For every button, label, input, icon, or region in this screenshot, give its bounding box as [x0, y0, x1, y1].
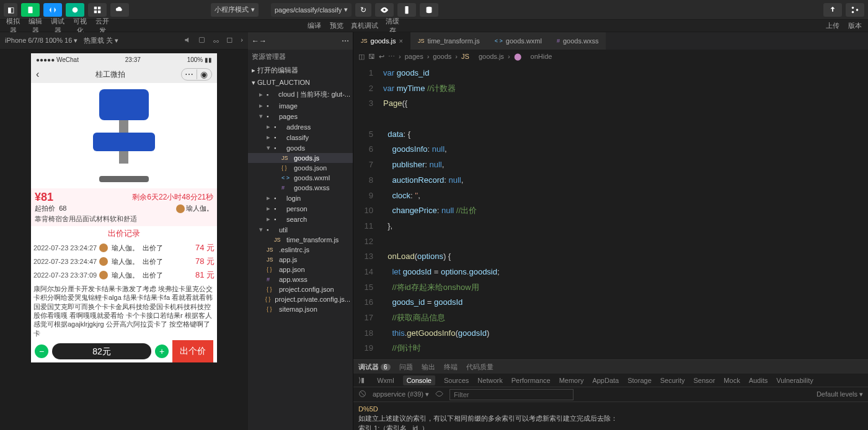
bid-record: 2022-07-23 23:24:27瑜人伽。 出价了74 元	[31, 241, 217, 255]
dbg-inner-tab[interactable]: Storage	[627, 377, 652, 384]
svg-rect-5	[98, 10, 100, 12]
levels-dropdown[interactable]: Default levels ▾	[817, 390, 863, 398]
bid-record: 2022-07-23 23:24:47瑜人伽。 出价了78 元	[31, 255, 217, 268]
dbg-inner-tab[interactable]: Wxml	[377, 377, 394, 384]
plus-button[interactable]: +	[155, 344, 169, 358]
editor-btn[interactable]	[43, 3, 62, 17]
dbg-inner-tab[interactable]: Vulnerability	[776, 377, 813, 384]
cloud-btn[interactable]	[110, 3, 129, 17]
mode-dropdown[interactable]: 小程序模式▾	[211, 3, 259, 17]
dbg-inner-tab[interactable]: Memory	[559, 377, 584, 384]
tree-item[interactable]: { }app.json	[248, 265, 353, 274]
tree-item[interactable]: < >goods.wxml	[248, 173, 353, 183]
explorer-panel: ← → ⋯ 资源管理器 ▸ 打开的编辑器 ▾ GLUT_AUCTION ▸▪cl…	[248, 32, 353, 430]
page-path-dropdown[interactable]: pages/classify/classify▾	[271, 3, 352, 17]
stop-icon[interactable]	[358, 390, 366, 399]
cut-icon[interactable]	[212, 36, 220, 45]
dbg-inner-tab[interactable]: Security	[660, 377, 685, 384]
tree-item[interactable]: ▸▪cloud | 当前环境: glut-...	[248, 89, 353, 100]
svg-rect-4	[94, 10, 97, 12]
svg-rect-14	[228, 38, 232, 42]
dbg-outer-tab[interactable]: 终端	[444, 362, 458, 372]
svg-point-12	[214, 40, 216, 42]
dbg-inner-tab[interactable]: Mock	[724, 377, 740, 384]
save-icon[interactable]: 🖫	[368, 53, 375, 60]
tree-item[interactable]: { }goods.json	[248, 163, 353, 173]
tree-item[interactable]: ▸▪login	[248, 193, 353, 203]
dbg-outer-tab[interactable]: 调试器 6	[358, 362, 391, 372]
breadcrumb: ◫ 🖫 ↩⋯› pages›goods› JS goods.js› ⬤ onHi…	[353, 50, 868, 63]
code-editor[interactable]: 123 5678910111213141516171819 var goods_…	[353, 63, 868, 359]
dbg-inner-tab[interactable]: Audits	[749, 377, 768, 384]
tree-item[interactable]: { }project.private.config.js...	[248, 294, 353, 304]
svg-rect-11	[200, 37, 205, 42]
project-section[interactable]: ▾ GLUT_AUCTION	[248, 77, 353, 89]
device-picker[interactable]: iPhone 6/7/8 100% 16 ▾	[5, 37, 78, 45]
capsule-menu[interactable]: ⋯◉	[181, 68, 212, 81]
rotate-icon[interactable]	[198, 36, 206, 45]
tree-item[interactable]: #goods.wxss	[248, 183, 353, 193]
tree-item[interactable]: { }project.config.json	[248, 284, 353, 294]
tree-item[interactable]: JStime_transform.js	[248, 235, 353, 245]
tree-item[interactable]: ▸▪classify	[248, 132, 353, 143]
tree-item[interactable]: ▸▪person	[248, 203, 353, 214]
dbg-inner-tab[interactable]: Sources	[444, 377, 469, 384]
debugger-btn[interactable]	[66, 3, 84, 17]
context-dropdown[interactable]: appservice (#39) ▾	[373, 390, 429, 398]
editor-tab[interactable]: JSgoods.js×	[353, 32, 410, 50]
tree-item[interactable]: ▸▪image	[248, 100, 353, 111]
dbg-inner-tab[interactable]: Performance	[512, 377, 551, 384]
dbg-outer-tab[interactable]: 代码质量	[466, 362, 494, 372]
refresh-btn[interactable]: ↻	[355, 3, 371, 17]
tree-item[interactable]: ▾▪goods	[248, 143, 353, 153]
minus-button[interactable]: −	[35, 344, 48, 358]
filter-input[interactable]	[450, 389, 574, 400]
countdown: 剩余6天22小时48分21秒	[132, 192, 213, 203]
simulator-header: iPhone 6/7/8 100% 16 ▾ 热重载 关 ▾ ›	[0, 32, 248, 50]
bid-record: 2022-07-23 23:37:09瑜人伽。 出价了81 元	[31, 268, 217, 282]
back-nav-icon[interactable]: ←	[252, 37, 259, 45]
toolbar-labels: 模拟器 编辑器 调试器 可视化 云开发 编译 预览 真机调试 清缓存 上传 版本	[0, 20, 868, 32]
version-btn[interactable]	[846, 3, 864, 17]
project-icon[interactable]: ◧	[4, 3, 17, 17]
tree-item[interactable]: #app.wxss	[248, 274, 353, 284]
tree-item[interactable]: JS.eslintrc.js	[248, 245, 353, 255]
debugger-panel: 调试器 6问题输出终端代码质量 ⟩▮ WxmlConsoleSourcesNet…	[353, 359, 868, 430]
tree-item[interactable]: ▸▪search	[248, 214, 353, 224]
svg-rect-0	[29, 6, 33, 13]
dbg-inner-tab[interactable]: Console	[403, 375, 435, 385]
dbg-outer-tab[interactable]: 问题	[399, 362, 413, 372]
simulator-btn[interactable]	[21, 3, 40, 17]
tree-item[interactable]: ▸▪address	[248, 121, 353, 132]
dbg-inner-tab[interactable]: Sensor	[694, 377, 715, 384]
tree-item[interactable]: ▾▪pages	[248, 111, 353, 121]
editor-tab[interactable]: JStime_transform.js	[410, 32, 487, 50]
editor-tab[interactable]: < >goods.wxml	[487, 32, 549, 50]
upload-btn[interactable]	[823, 3, 842, 17]
editor-tab[interactable]: #goods.wxss	[549, 32, 606, 50]
hotreload-toggle[interactable]: 热重载 关 ▾	[84, 36, 118, 45]
tree-item[interactable]: ▾▪util	[248, 224, 353, 235]
dbg-outer-tab[interactable]: 输出	[422, 362, 435, 372]
clearcache-btn[interactable]	[420, 3, 438, 17]
more-icon[interactable]: ⋯	[342, 37, 349, 45]
mute-icon[interactable]	[184, 36, 192, 45]
avatar	[176, 204, 185, 213]
eye-icon[interactable]	[435, 390, 443, 399]
tree-item[interactable]: { }sitemap.json	[248, 304, 353, 314]
visual-btn[interactable]	[88, 3, 107, 17]
dbg-inner-tab[interactable]: AppData	[592, 377, 619, 384]
dbg-inner-tab[interactable]: Network	[477, 377, 502, 384]
realdev-btn[interactable]	[397, 3, 416, 17]
nav-icon[interactable]: ◫	[358, 53, 365, 61]
tree-item[interactable]: JSgoods.js	[248, 153, 353, 163]
preview-btn[interactable]	[375, 3, 394, 17]
close-sim-icon[interactable]: ›	[241, 36, 243, 45]
bid-button[interactable]: 出个价	[172, 340, 213, 362]
fwd-nav-icon[interactable]: →	[259, 37, 267, 45]
current-price: 82元	[52, 343, 151, 359]
open-editors-section[interactable]: ▸ 打开的编辑器	[248, 64, 353, 77]
detach-icon[interactable]	[226, 36, 234, 45]
tree-item[interactable]: JSapp.js	[248, 255, 353, 265]
back-icon[interactable]: ‹	[36, 69, 39, 80]
